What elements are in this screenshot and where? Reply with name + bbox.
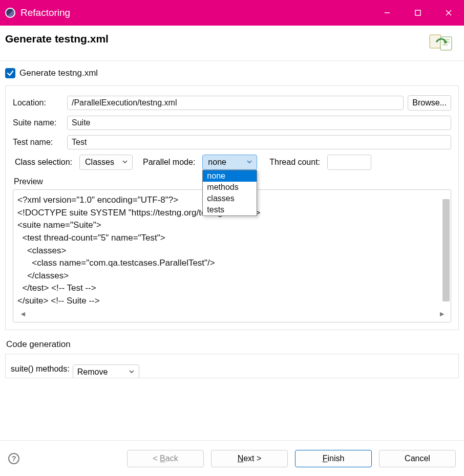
parallel-mode-value: none — [208, 158, 226, 167]
generate-fieldset: Location: Browse... Suite name: Test nam… — [5, 85, 459, 330]
back-button[interactable]: < Back — [127, 450, 204, 467]
next-button[interactable]: Next > — [211, 450, 288, 467]
generate-checkbox[interactable] — [5, 68, 15, 78]
dialog-footer: ? < Back Next > Finish Cancel — [0, 440, 464, 476]
test-name-row: Test name: — [13, 135, 451, 149]
suite-name-row: Suite name: — [13, 116, 451, 130]
suite-name-input[interactable] — [67, 116, 451, 130]
generate-checkbox-label: Generate testng.xml — [19, 68, 98, 78]
suite-methods-value: Remove — [77, 367, 108, 377]
thread-count-label: Thread count: — [269, 158, 320, 167]
parallel-mode-option-none[interactable]: none — [203, 170, 257, 182]
chevron-down-icon — [122, 158, 128, 167]
vertical-scrollbar[interactable] — [442, 199, 450, 301]
dialog-content: Generate testng.xml Location: Browse... … — [0, 61, 464, 378]
maximize-button[interactable] — [403, 0, 433, 26]
class-selection-label: Class selection: — [15, 158, 72, 167]
parallel-mode-option-methods[interactable]: methods — [203, 182, 257, 193]
browse-button[interactable]: Browse... — [408, 95, 451, 111]
wizard-icon — [429, 33, 456, 51]
test-name-input[interactable] — [67, 135, 451, 149]
horizontal-scrollbar[interactable]: ◄ ► — [17, 308, 448, 318]
chevron-down-icon — [129, 367, 135, 377]
svg-rect-8 — [442, 44, 448, 46]
code-generation-title: Code generation — [6, 339, 459, 350]
test-name-label: Test name: — [13, 138, 63, 147]
close-button[interactable] — [433, 0, 464, 26]
parallel-mode-dropdown: none methods classes tests — [202, 170, 257, 216]
code-generation-box: suite() methods: Remove — [5, 354, 459, 378]
parallel-mode-label: Parallel mode: — [143, 158, 195, 167]
generate-checkbox-row: Generate testng.xml — [5, 68, 459, 78]
window-title: Refactoring — [20, 7, 70, 18]
scroll-right-icon[interactable]: ► — [438, 310, 446, 318]
parallel-mode-option-tests[interactable]: tests — [203, 204, 257, 215]
help-button[interactable]: ? — [8, 453, 19, 464]
class-selection-select[interactable]: Classes — [79, 155, 133, 170]
svg-rect-4 — [430, 35, 441, 48]
class-selection-value: Classes — [85, 158, 114, 167]
chevron-down-icon — [246, 158, 252, 167]
titlebar: Refactoring — [0, 0, 464, 26]
inline-controls-row: Class selection: Classes Parallel mode: … — [15, 155, 451, 170]
page-title: Generate testng.xml — [5, 33, 109, 45]
location-label: Location: — [13, 98, 63, 107]
finish-button[interactable]: Finish — [295, 450, 372, 467]
suite-name-label: Suite name: — [13, 118, 63, 127]
parallel-mode-option-classes[interactable]: classes — [203, 193, 257, 204]
parallel-mode-select[interactable]: none — [202, 155, 257, 170]
suite-methods-select[interactable]: Remove — [73, 364, 139, 378]
thread-count-input[interactable] — [327, 155, 371, 170]
dialog-header: Generate testng.xml — [0, 26, 464, 61]
location-input[interactable] — [67, 96, 404, 110]
cancel-button[interactable]: Cancel — [379, 450, 456, 467]
location-row: Location: Browse... — [13, 95, 451, 111]
minimize-button[interactable] — [372, 0, 403, 26]
svg-rect-1 — [415, 10, 420, 15]
suite-methods-label: suite() methods: — [11, 364, 70, 374]
window-controls — [372, 0, 464, 26]
scroll-left-icon[interactable]: ◄ — [19, 310, 27, 318]
eclipse-icon — [5, 8, 15, 18]
